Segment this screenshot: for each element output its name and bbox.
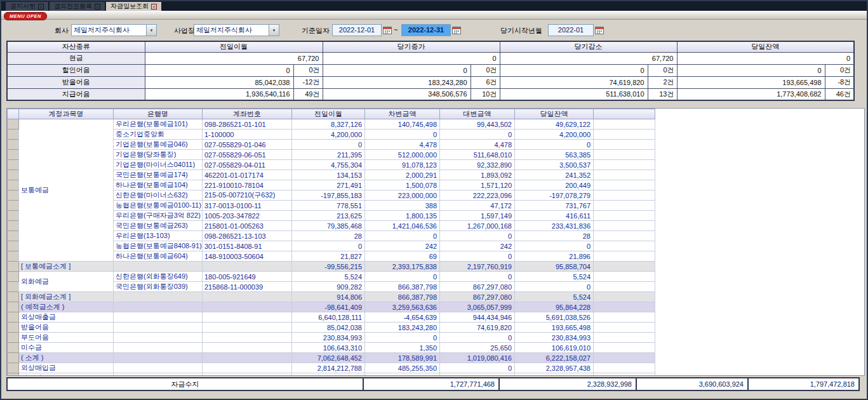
today-balance-cell[interactable]: 5,691,038,526 [515,312,594,323]
empty-cell[interactable] [594,201,655,211]
close-icon[interactable]: × [38,4,44,10]
today-balance-cell[interactable]: 193,665,498 [515,323,594,333]
bank-name-cell[interactable]: 기업은행(당좌통장) [114,150,203,160]
debit-amount-cell[interactable]: 1,800,135 [365,211,440,221]
row-selector[interactable] [8,221,19,231]
bank-name-cell[interactable]: 농협은행(보통예금0100-11) [114,201,203,211]
debit-amount-cell[interactable]: 242 [365,241,440,251]
account-number-cell[interactable]: 215868-11-000039 [203,282,292,292]
today-balance-cell[interactable]: 416,611 [515,211,594,221]
credit-amount-cell[interactable]: 99,443,502 [440,119,515,130]
debit-amount-cell[interactable]: 140,745,498 [365,119,440,130]
bank-name-cell[interactable]: 우리은행(13-103) [114,231,203,241]
credit-amount-cell[interactable]: 0 [440,231,515,241]
debit-amount-cell[interactable]: 1,421,046,536 [365,221,440,231]
today-balance-cell[interactable]: 95,858,704 [515,262,594,272]
debit-amount-cell[interactable]: 1,500,078 [365,180,440,190]
table-row[interactable]: 지급어음1,936,540,116511,638,010348,506,5761… [8,373,655,377]
bank-name-cell[interactable]: 우리은행(구매자금3억 822) [114,211,203,221]
row-selector[interactable] [8,140,19,150]
row-selector[interactable] [8,190,19,201]
credit-amount-cell[interactable]: 0 [440,333,515,343]
chevron-down-icon[interactable]: ▼ [146,25,156,36]
prev-carryover-cell[interactable]: 6,640,128,111 [292,312,365,323]
table-row[interactable]: 보통예금우리은행(보통예금101)098-286521-01-1018,327,… [8,119,655,130]
account-number-cell[interactable]: 1-100000 [203,130,292,140]
row-selector[interactable] [8,373,19,377]
prev-carryover-cell[interactable]: 1,936,540,116 [292,373,365,377]
prev-carryover-cell[interactable]: 2,814,212,788 [292,363,365,373]
bank-name-cell[interactable] [114,363,203,373]
account-number-cell[interactable]: 027-055829-06-051 [203,150,292,160]
debit-amount-cell[interactable]: 1,350 [365,343,440,353]
prev-carryover-cell[interactable]: 106,643,310 [292,343,365,353]
account-number-cell[interactable]: 148-910003-50604 [203,251,292,262]
today-balance-cell[interactable]: 731,767 [515,201,594,211]
bank-name-cell[interactable]: 기업은행(마이너스04011) [114,160,203,170]
account-number-cell[interactable] [203,323,292,333]
empty-cell[interactable] [594,282,655,292]
empty-cell[interactable] [594,353,655,363]
calendar-icon[interactable] [595,25,604,34]
credit-amount-cell[interactable]: 1,893,092 [440,170,515,180]
prev-carryover-cell[interactable]: 134,153 [292,170,365,180]
prev-carryover-cell[interactable]: 4,200,000 [292,130,365,140]
table-row[interactable]: ( 예적금소계 )-98,641,4093,259,563,6363,065,0… [8,302,655,312]
empty-cell[interactable] [594,333,655,343]
credit-amount-cell[interactable]: 0 [440,272,515,282]
table-row[interactable]: 외화예금신한은행(외화통장649)180-005-9216495,524005,… [8,272,655,282]
prev-carryover-cell[interactable]: 0 [292,140,365,150]
empty-cell[interactable] [594,130,655,140]
debit-amount-cell[interactable]: 2,393,175,838 [365,262,440,272]
debit-amount-cell[interactable]: 511,638,010 [365,373,440,377]
empty-cell[interactable] [594,160,655,170]
prev-carryover-cell[interactable]: 778,551 [292,201,365,211]
today-balance-cell[interactable]: -197,078,279 [515,190,594,201]
bank-name-cell[interactable] [114,343,203,353]
row-selector[interactable] [8,282,19,292]
today-balance-cell[interactable]: 233,431,836 [515,221,594,231]
prev-carryover-cell[interactable]: 5,524 [292,272,365,282]
empty-cell[interactable] [594,323,655,333]
empty-cell[interactable] [594,211,655,221]
account-name-cell[interactable]: ( 소계 ) [19,353,114,363]
account-name-cell[interactable]: 부도어음 [19,333,114,343]
today-balance-cell[interactable]: 0 [515,282,594,292]
account-number-cell[interactable]: 1005-203-347822 [203,211,292,221]
debit-amount-cell[interactable]: 485,255,350 [365,363,440,373]
account-number-cell[interactable] [203,343,292,353]
bank-name-cell[interactable]: 농협은행(보통예금8408-91) [114,241,203,251]
credit-amount-cell[interactable]: 222,223,096 [440,190,515,201]
row-selector[interactable] [8,292,19,302]
row-selector[interactable] [8,312,19,323]
credit-amount-cell[interactable]: 92,332,890 [440,160,515,170]
bank-name-cell[interactable] [114,373,203,377]
row-selector[interactable] [8,272,19,282]
bank-name-cell[interactable] [114,292,203,302]
credit-amount-cell[interactable]: 74,619,820 [440,323,515,333]
debit-amount-cell[interactable]: 91,078,123 [365,160,440,170]
today-balance-cell[interactable]: 1,773,408,682 [515,373,594,377]
credit-amount-cell[interactable]: 1,597,149 [440,211,515,221]
today-balance-cell[interactable]: 3,500,537 [515,160,594,170]
calendar-icon[interactable] [452,25,461,34]
period-start-input[interactable]: 2022-01 [548,24,594,36]
bank-name-cell[interactable]: 국민은행(외화통장039) [114,282,203,292]
empty-cell[interactable] [594,180,655,190]
empty-cell[interactable] [594,343,655,353]
bank-name-cell[interactable]: 기업은행(보통예금046) [114,140,203,150]
table-row[interactable]: 외상매출금6,640,128,111-4,654,639944,434,9465… [8,312,655,323]
account-name-cell[interactable]: 지급어음 [19,373,114,377]
prev-carryover-cell[interactable]: -197,855,183 [292,190,365,201]
row-selector[interactable] [8,353,19,363]
prev-carryover-cell[interactable]: 4,755,304 [292,160,365,170]
calendar-icon[interactable] [383,25,392,34]
row-selector[interactable] [8,262,19,272]
empty-cell[interactable] [594,241,655,251]
account-number-cell[interactable] [203,373,292,377]
bank-name-cell[interactable] [114,353,203,363]
credit-amount-cell[interactable]: 25,650 [440,343,515,353]
prev-carryover-cell[interactable]: 230,834,993 [292,333,365,343]
tab-voucher-entry[interactable]: 결의전표등록 × [50,2,105,11]
row-selector[interactable] [8,241,19,251]
